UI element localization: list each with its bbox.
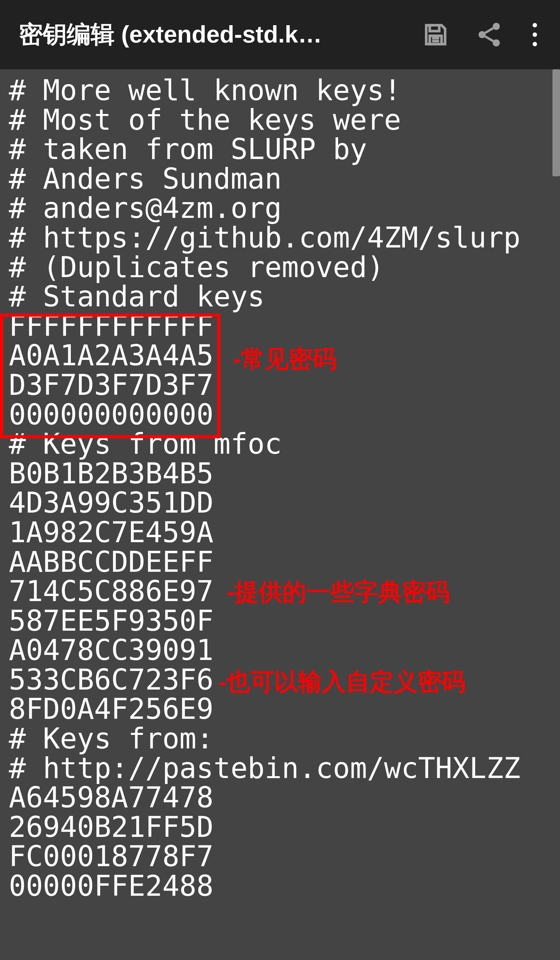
key-file-text[interactable]: # More well known keys! # Most of the ke… [9,75,557,901]
svg-rect-0 [430,25,439,31]
scrollbar-thumb[interactable] [552,69,560,176]
annotation-dictionary-passwords: -提供的一些字典密码 [227,576,450,609]
editor-viewport: # More well known keys! # Most of the ke… [0,69,560,960]
annotation-custom-passwords: -也可以输入自定义密码 [218,666,466,698]
svg-line-7 [485,28,493,33]
svg-point-4 [493,23,500,30]
svg-line-8 [485,37,493,41]
svg-point-6 [493,39,500,46]
overflow-menu-icon[interactable] [528,21,541,49]
annotation-common-passwords: -常见密码 [233,343,336,376]
share-icon[interactable] [475,21,503,49]
app-toolbar: 密钥编辑 (extended-std.k… [0,0,560,69]
svg-point-5 [478,31,486,38]
save-icon[interactable] [421,21,450,49]
app-root: 密钥编辑 (extended-std.k… [0,0,560,960]
toolbar-actions [421,21,541,49]
page-title: 密钥编辑 (extended-std.k… [19,19,409,51]
